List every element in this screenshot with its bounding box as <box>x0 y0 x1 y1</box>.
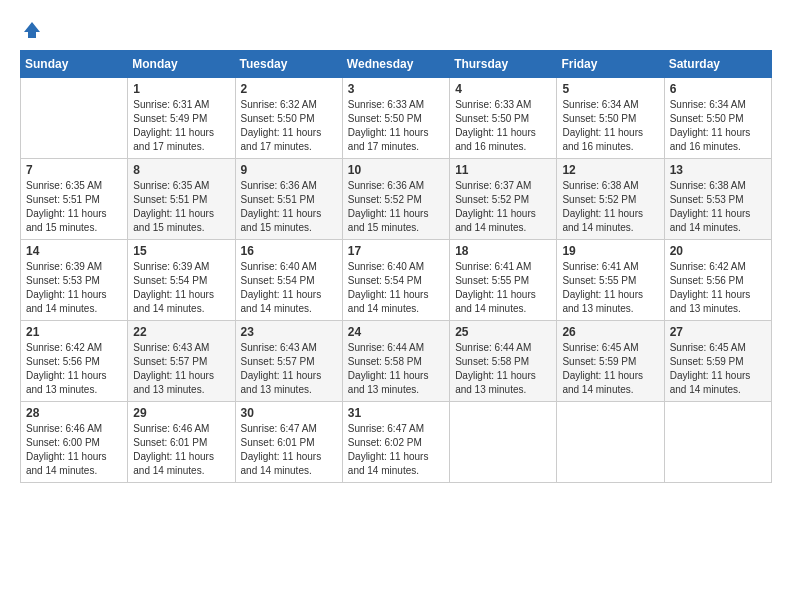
day-number: 22 <box>133 325 229 339</box>
day-info: Sunrise: 6:43 AM Sunset: 5:57 PM Dayligh… <box>241 341 337 397</box>
day-info: Sunrise: 6:42 AM Sunset: 5:56 PM Dayligh… <box>670 260 766 316</box>
day-number: 23 <box>241 325 337 339</box>
day-number: 14 <box>26 244 122 258</box>
col-header-wednesday: Wednesday <box>342 51 449 78</box>
day-number: 31 <box>348 406 444 420</box>
week-row-3: 14Sunrise: 6:39 AM Sunset: 5:53 PM Dayli… <box>21 240 772 321</box>
day-cell: 15Sunrise: 6:39 AM Sunset: 5:54 PM Dayli… <box>128 240 235 321</box>
header-row: SundayMondayTuesdayWednesdayThursdayFrid… <box>21 51 772 78</box>
day-number: 7 <box>26 163 122 177</box>
day-number: 15 <box>133 244 229 258</box>
day-info: Sunrise: 6:39 AM Sunset: 5:53 PM Dayligh… <box>26 260 122 316</box>
week-row-2: 7Sunrise: 6:35 AM Sunset: 5:51 PM Daylig… <box>21 159 772 240</box>
day-number: 19 <box>562 244 658 258</box>
day-info: Sunrise: 6:47 AM Sunset: 6:01 PM Dayligh… <box>241 422 337 478</box>
logo <box>20 20 42 40</box>
day-cell: 25Sunrise: 6:44 AM Sunset: 5:58 PM Dayli… <box>450 321 557 402</box>
logo-icon <box>22 20 42 40</box>
day-number: 25 <box>455 325 551 339</box>
day-info: Sunrise: 6:45 AM Sunset: 5:59 PM Dayligh… <box>562 341 658 397</box>
day-cell: 8Sunrise: 6:35 AM Sunset: 5:51 PM Daylig… <box>128 159 235 240</box>
day-info: Sunrise: 6:36 AM Sunset: 5:52 PM Dayligh… <box>348 179 444 235</box>
day-info: Sunrise: 6:34 AM Sunset: 5:50 PM Dayligh… <box>670 98 766 154</box>
day-cell: 5Sunrise: 6:34 AM Sunset: 5:50 PM Daylig… <box>557 78 664 159</box>
day-cell: 11Sunrise: 6:37 AM Sunset: 5:52 PM Dayli… <box>450 159 557 240</box>
day-number: 21 <box>26 325 122 339</box>
day-number: 11 <box>455 163 551 177</box>
day-cell: 24Sunrise: 6:44 AM Sunset: 5:58 PM Dayli… <box>342 321 449 402</box>
day-info: Sunrise: 6:34 AM Sunset: 5:50 PM Dayligh… <box>562 98 658 154</box>
week-row-1: 1Sunrise: 6:31 AM Sunset: 5:49 PM Daylig… <box>21 78 772 159</box>
day-number: 28 <box>26 406 122 420</box>
col-header-sunday: Sunday <box>21 51 128 78</box>
day-number: 2 <box>241 82 337 96</box>
day-number: 17 <box>348 244 444 258</box>
day-cell: 30Sunrise: 6:47 AM Sunset: 6:01 PM Dayli… <box>235 402 342 483</box>
day-info: Sunrise: 6:35 AM Sunset: 5:51 PM Dayligh… <box>133 179 229 235</box>
day-cell: 6Sunrise: 6:34 AM Sunset: 5:50 PM Daylig… <box>664 78 771 159</box>
day-number: 5 <box>562 82 658 96</box>
day-info: Sunrise: 6:35 AM Sunset: 5:51 PM Dayligh… <box>26 179 122 235</box>
day-cell: 26Sunrise: 6:45 AM Sunset: 5:59 PM Dayli… <box>557 321 664 402</box>
day-info: Sunrise: 6:45 AM Sunset: 5:59 PM Dayligh… <box>670 341 766 397</box>
day-info: Sunrise: 6:47 AM Sunset: 6:02 PM Dayligh… <box>348 422 444 478</box>
day-cell: 12Sunrise: 6:38 AM Sunset: 5:52 PM Dayli… <box>557 159 664 240</box>
day-number: 8 <box>133 163 229 177</box>
day-cell: 10Sunrise: 6:36 AM Sunset: 5:52 PM Dayli… <box>342 159 449 240</box>
day-cell <box>450 402 557 483</box>
col-header-friday: Friday <box>557 51 664 78</box>
day-info: Sunrise: 6:38 AM Sunset: 5:52 PM Dayligh… <box>562 179 658 235</box>
day-number: 18 <box>455 244 551 258</box>
day-info: Sunrise: 6:38 AM Sunset: 5:53 PM Dayligh… <box>670 179 766 235</box>
day-info: Sunrise: 6:44 AM Sunset: 5:58 PM Dayligh… <box>348 341 444 397</box>
day-info: Sunrise: 6:32 AM Sunset: 5:50 PM Dayligh… <box>241 98 337 154</box>
day-number: 10 <box>348 163 444 177</box>
day-cell: 3Sunrise: 6:33 AM Sunset: 5:50 PM Daylig… <box>342 78 449 159</box>
day-number: 16 <box>241 244 337 258</box>
col-header-tuesday: Tuesday <box>235 51 342 78</box>
day-info: Sunrise: 6:37 AM Sunset: 5:52 PM Dayligh… <box>455 179 551 235</box>
day-info: Sunrise: 6:33 AM Sunset: 5:50 PM Dayligh… <box>348 98 444 154</box>
day-number: 12 <box>562 163 658 177</box>
day-number: 26 <box>562 325 658 339</box>
day-info: Sunrise: 6:46 AM Sunset: 6:00 PM Dayligh… <box>26 422 122 478</box>
day-cell: 21Sunrise: 6:42 AM Sunset: 5:56 PM Dayli… <box>21 321 128 402</box>
day-number: 9 <box>241 163 337 177</box>
day-info: Sunrise: 6:36 AM Sunset: 5:51 PM Dayligh… <box>241 179 337 235</box>
day-cell: 23Sunrise: 6:43 AM Sunset: 5:57 PM Dayli… <box>235 321 342 402</box>
day-number: 3 <box>348 82 444 96</box>
day-info: Sunrise: 6:40 AM Sunset: 5:54 PM Dayligh… <box>241 260 337 316</box>
day-info: Sunrise: 6:40 AM Sunset: 5:54 PM Dayligh… <box>348 260 444 316</box>
day-cell: 2Sunrise: 6:32 AM Sunset: 5:50 PM Daylig… <box>235 78 342 159</box>
day-info: Sunrise: 6:44 AM Sunset: 5:58 PM Dayligh… <box>455 341 551 397</box>
col-header-saturday: Saturday <box>664 51 771 78</box>
day-number: 13 <box>670 163 766 177</box>
week-row-4: 21Sunrise: 6:42 AM Sunset: 5:56 PM Dayli… <box>21 321 772 402</box>
day-number: 24 <box>348 325 444 339</box>
day-number: 1 <box>133 82 229 96</box>
day-cell: 17Sunrise: 6:40 AM Sunset: 5:54 PM Dayli… <box>342 240 449 321</box>
col-header-monday: Monday <box>128 51 235 78</box>
day-number: 6 <box>670 82 766 96</box>
day-cell: 1Sunrise: 6:31 AM Sunset: 5:49 PM Daylig… <box>128 78 235 159</box>
day-cell: 4Sunrise: 6:33 AM Sunset: 5:50 PM Daylig… <box>450 78 557 159</box>
day-number: 27 <box>670 325 766 339</box>
week-row-5: 28Sunrise: 6:46 AM Sunset: 6:00 PM Dayli… <box>21 402 772 483</box>
day-cell: 22Sunrise: 6:43 AM Sunset: 5:57 PM Dayli… <box>128 321 235 402</box>
day-number: 20 <box>670 244 766 258</box>
calendar-table: SundayMondayTuesdayWednesdayThursdayFrid… <box>20 50 772 483</box>
day-cell: 18Sunrise: 6:41 AM Sunset: 5:55 PM Dayli… <box>450 240 557 321</box>
day-info: Sunrise: 6:33 AM Sunset: 5:50 PM Dayligh… <box>455 98 551 154</box>
day-cell: 27Sunrise: 6:45 AM Sunset: 5:59 PM Dayli… <box>664 321 771 402</box>
day-cell: 16Sunrise: 6:40 AM Sunset: 5:54 PM Dayli… <box>235 240 342 321</box>
day-cell: 13Sunrise: 6:38 AM Sunset: 5:53 PM Dayli… <box>664 159 771 240</box>
day-cell: 31Sunrise: 6:47 AM Sunset: 6:02 PM Dayli… <box>342 402 449 483</box>
svg-marker-0 <box>24 22 40 38</box>
day-cell: 28Sunrise: 6:46 AM Sunset: 6:00 PM Dayli… <box>21 402 128 483</box>
day-number: 4 <box>455 82 551 96</box>
day-cell: 7Sunrise: 6:35 AM Sunset: 5:51 PM Daylig… <box>21 159 128 240</box>
day-number: 29 <box>133 406 229 420</box>
page-header <box>20 20 772 40</box>
col-header-thursday: Thursday <box>450 51 557 78</box>
day-cell: 14Sunrise: 6:39 AM Sunset: 5:53 PM Dayli… <box>21 240 128 321</box>
